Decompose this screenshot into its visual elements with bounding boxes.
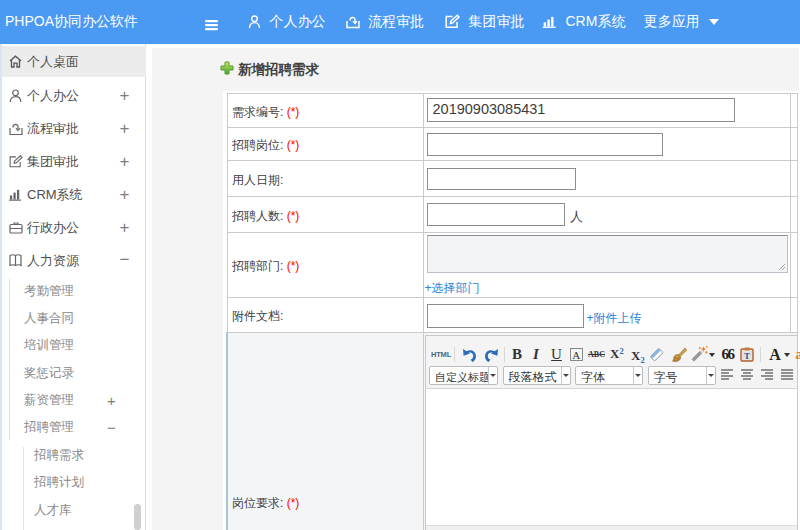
svg-text:T: T [744,351,750,361]
